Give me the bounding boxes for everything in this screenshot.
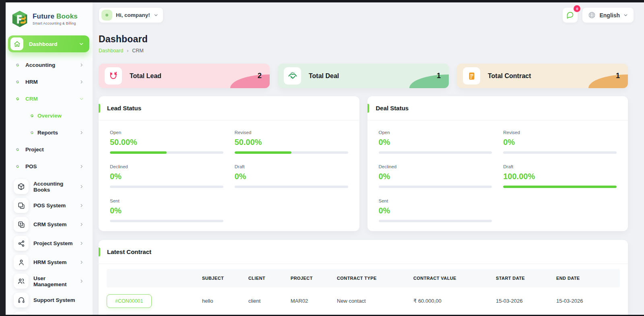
card-accent-bar xyxy=(99,104,100,113)
topbar: Hi, company! 0 English xyxy=(99,7,628,23)
status-stat-revised: Revised50.00% xyxy=(235,130,348,154)
share-icon xyxy=(14,236,29,251)
status-stat-label: Open xyxy=(379,130,492,135)
sidebar-item-hrm[interactable]: HRM xyxy=(6,73,93,90)
sidebar-item-crm-system[interactable]: CRM System xyxy=(6,215,93,234)
main-content: Hi, company! 0 English xyxy=(93,2,644,315)
sidebar-item-accounting-books[interactable]: Accounting Books xyxy=(6,177,93,196)
sidebar-item-project[interactable]: Project xyxy=(6,141,93,158)
sidebar-item-hrm-system[interactable]: HRM System xyxy=(6,253,93,272)
bullet-icon xyxy=(16,63,19,66)
bullet-icon xyxy=(16,97,19,100)
status-stat-value: 0% xyxy=(110,172,223,181)
chevron-right-icon xyxy=(79,203,84,208)
cube-icon xyxy=(14,179,29,194)
sidebar-item-label: Support System xyxy=(33,297,84,303)
status-stat-value: 50.00% xyxy=(235,138,348,147)
brand-name: Future Books xyxy=(33,12,78,21)
status-stat-value: 100.00% xyxy=(503,172,617,181)
page-header: Dashboard Dashboard › CRM xyxy=(99,34,628,54)
messages-button[interactable]: 0 xyxy=(562,7,578,23)
sidebar-item-overview[interactable]: Overview xyxy=(6,107,93,124)
sidebar-item-project-system[interactable]: Project System xyxy=(6,234,93,253)
sidebar-nav: AccountingHRMCRMOverviewReportsProjectPO… xyxy=(6,56,93,175)
avatar xyxy=(101,10,112,21)
page-title: Dashboard xyxy=(99,34,628,45)
sidebar-item-pos-system[interactable]: POS System xyxy=(6,196,93,215)
chat-icon xyxy=(566,11,574,19)
greeting-label: Hi, company! xyxy=(116,12,150,18)
sidebar-item-pos[interactable]: POS xyxy=(6,158,93,175)
status-stat-label: Declined xyxy=(110,164,223,169)
chevron-right-icon xyxy=(79,279,84,283)
progress-bar xyxy=(503,151,617,154)
progress-bar xyxy=(110,186,223,188)
sidebar-item-accounting[interactable]: Accounting xyxy=(6,56,93,73)
table-cell: New contact xyxy=(337,298,413,304)
contract-table-body: #CON00001helloclientMAR02New contact₹ 60… xyxy=(107,287,620,315)
chevron-right-icon xyxy=(79,260,84,264)
status-stat-declined: Declined0% xyxy=(110,164,223,188)
handshake-icon xyxy=(284,67,301,85)
status-stat-declined: Declined0% xyxy=(379,164,492,188)
sidebar-item-zoom-meeting[interactable]: Zoom Meeting xyxy=(6,310,93,315)
progress-bar xyxy=(503,186,617,188)
sidebar-item-label: Accounting xyxy=(25,62,79,68)
chevron-right-icon xyxy=(79,222,84,227)
card-title: Deal Status xyxy=(376,105,409,112)
progress-bar xyxy=(379,220,492,222)
table-column-header: PROJECT xyxy=(291,276,337,281)
status-cards-row: Lead StatusOpen50.00%Revised50.00%Declin… xyxy=(99,96,628,231)
table-cell: client xyxy=(248,298,291,304)
status-stat-value: 0% xyxy=(379,138,492,147)
status-stat-draft: Draft100.00% xyxy=(503,164,617,188)
progress-fill xyxy=(235,151,291,154)
sidebar-item-label: Project System xyxy=(33,240,79,246)
logo-icon xyxy=(10,10,29,28)
sidebar-item-label: Dashboard xyxy=(29,41,79,47)
contract-id-badge[interactable]: #CON00001 xyxy=(107,294,152,308)
user-menu[interactable]: Hi, company! xyxy=(99,7,163,23)
progress-fill xyxy=(110,151,167,154)
stat-card-label: Total Lead xyxy=(130,72,258,80)
latest-contract-card: Latest Contract SUBJECTCLIENTPROJECTCONT… xyxy=(99,240,628,315)
sidebar-item-label: POS xyxy=(25,163,79,169)
contract-table: SUBJECTCLIENTPROJECTCONTRACT TYPECONTRAC… xyxy=(99,264,628,315)
status-stat-label: Revised xyxy=(503,130,617,135)
card-accent-bar xyxy=(367,104,369,113)
magnet-icon xyxy=(105,67,122,85)
window-frame-top xyxy=(0,0,644,2)
breadcrumb-dashboard-link[interactable]: Dashboard xyxy=(99,48,123,54)
status-stat-open: Open0% xyxy=(379,130,492,154)
pos-icon xyxy=(14,198,29,213)
sidebar-item-crm[interactable]: CRM xyxy=(6,90,93,107)
table-column-header: CLIENT xyxy=(248,276,291,281)
status-stat-label: Sent xyxy=(110,198,223,203)
progress-bar xyxy=(379,151,492,154)
bullet-icon xyxy=(16,80,19,83)
status-stat-value: 50.00% xyxy=(110,138,223,147)
status-stat-label: Draft xyxy=(503,164,617,169)
chevron-right-icon xyxy=(79,130,84,135)
sidebar-item-reports[interactable]: Reports xyxy=(6,124,93,141)
deal-status-card: Deal StatusOpen0%Revised0%Declined0%Draf… xyxy=(367,96,628,231)
video-icon xyxy=(14,312,29,315)
status-stat-value: 0% xyxy=(379,172,492,181)
status-stat-label: Declined xyxy=(379,164,492,169)
app-logo[interactable]: Future Books Smart Accounting & Billing xyxy=(6,7,93,34)
status-stat-label: Open xyxy=(110,130,223,135)
stat-card-value: 1 xyxy=(437,72,441,80)
table-cell: ₹ 60.000,00 xyxy=(413,298,496,304)
sidebar-item-user-management[interactable]: User Management xyxy=(6,272,93,291)
chevron-right-icon xyxy=(79,63,84,67)
stat-card-total-lead: Total Lead2 xyxy=(99,64,270,88)
sidebar-item-dashboard[interactable]: Dashboard xyxy=(8,35,89,52)
status-stat-value: 0% xyxy=(235,172,348,181)
progress-fill xyxy=(503,186,617,188)
headset-icon xyxy=(14,293,29,308)
sidebar-item-support-system[interactable]: Support System xyxy=(6,291,93,310)
chevron-right-icon xyxy=(79,184,84,189)
language-selector[interactable]: English xyxy=(582,7,634,23)
app-window: Future Books Smart Accounting & Billing … xyxy=(6,2,644,315)
stat-cards-row: Total Lead2Total Deal1Total Contract1 xyxy=(99,64,628,88)
